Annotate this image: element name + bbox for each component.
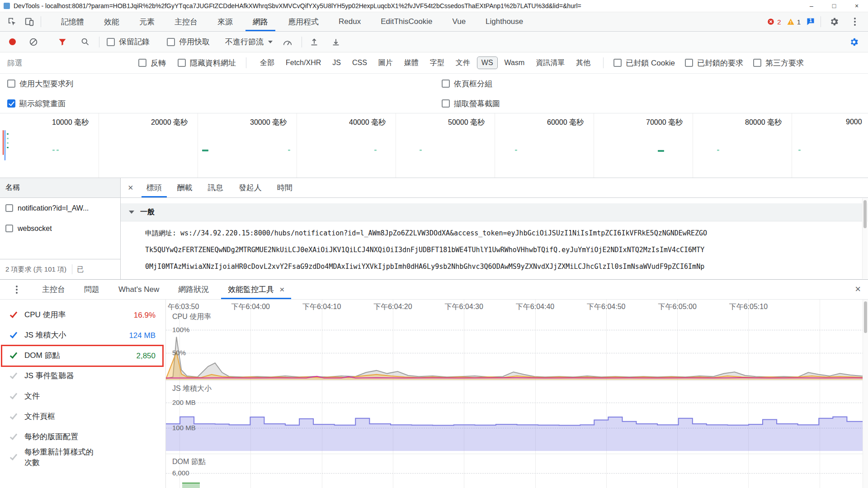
filter-chip-other[interactable]: 其他 — [571, 56, 595, 70]
filter-chip-js[interactable]: JS — [328, 56, 345, 69]
details-tab-headers[interactable]: 標頭 — [139, 178, 170, 197]
minimize-button[interactable]: – — [800, 0, 823, 12]
request-checkbox[interactable] — [5, 225, 13, 232]
main-tab-redux[interactable]: Redux — [329, 12, 371, 31]
filter-chip-manifest[interactable]: 資訊清單 — [531, 56, 569, 70]
more-options-icon[interactable] — [847, 14, 863, 29]
filter-chip-css[interactable]: CSS — [348, 56, 372, 69]
preserve-log[interactable]: 保留記錄 — [107, 37, 150, 47]
disable-cache[interactable]: 停用快取 — [167, 37, 210, 47]
filter-third-party[interactable]: 第三方要求 — [753, 58, 804, 68]
option-large-request-rows[interactable]: 使用大型要求列 — [7, 74, 73, 94]
request-checkbox[interactable] — [5, 204, 13, 212]
drawer-tab-network-conditions[interactable]: 網路狀況 — [169, 280, 218, 299]
main-tab-vue[interactable]: Vue — [442, 12, 476, 31]
settings-gear-icon[interactable] — [826, 14, 842, 29]
details-scrollbar-thumb[interactable] — [863, 200, 867, 228]
drawer-scrollbar-thumb[interactable] — [864, 301, 867, 333]
metric-checkmark-cpu-usage[interactable] — [10, 310, 17, 318]
close-details-icon[interactable]: × — [128, 183, 133, 193]
drawer-menu-icon[interactable] — [9, 282, 24, 297]
name-column-header[interactable]: 名稱 — [0, 178, 120, 198]
drawer-scrollbar[interactable] — [863, 300, 868, 488]
main-tab-edit-this-cookie[interactable]: EditThisCookie — [371, 12, 442, 31]
filter-funnel-icon[interactable] — [55, 34, 70, 50]
option-capture-screenshots-checkbox[interactable] — [442, 99, 450, 108]
filter-chip-ws[interactable]: WS — [477, 56, 498, 69]
search-icon[interactable] — [77, 34, 93, 50]
metric-js-heap-size[interactable]: JS 堆積大小124 MB — [0, 325, 165, 346]
metric-checkmark-js-event-listeners[interactable] — [10, 371, 17, 379]
metric-checkmark-js-heap-size[interactable] — [10, 330, 17, 338]
request-row[interactable]: notification?id=l_AW... — [0, 198, 120, 218]
main-tab-lighthouse[interactable]: Lighthouse — [476, 12, 533, 31]
main-tab-network[interactable]: 網路 — [243, 12, 278, 31]
filter-invert[interactable]: 反轉 — [138, 58, 166, 68]
disable-cache-checkbox[interactable] — [167, 38, 175, 46]
option-capture-screenshots[interactable]: 擷取螢幕截圖 — [442, 94, 500, 113]
details-tab-payload[interactable]: 酬載 — [170, 178, 200, 197]
general-section-header[interactable]: 一般 — [121, 203, 868, 221]
details-tab-initiator[interactable]: 發起人 — [231, 178, 269, 197]
filter-chip-media[interactable]: 媒體 — [400, 56, 423, 70]
metric-checkmark-dom-nodes[interactable] — [10, 351, 17, 358]
preserve-log-checkbox[interactable] — [107, 38, 115, 46]
filter-chip-doc[interactable]: 文件 — [451, 56, 475, 70]
option-group-by-frame-checkbox[interactable] — [442, 80, 450, 88]
clear-requests-icon[interactable] — [26, 34, 41, 50]
details-scrollbar[interactable] — [862, 198, 868, 279]
main-tab-sources[interactable]: 來源 — [208, 12, 243, 31]
filter-blocked-cookies-checkbox[interactable] — [613, 59, 622, 67]
option-show-overview[interactable]: 顯示綜覽畫面 — [7, 94, 66, 113]
metric-checkmark-documents[interactable] — [10, 391, 17, 399]
close-button[interactable]: × — [845, 0, 868, 12]
metric-checkmark-document-frames[interactable] — [10, 412, 17, 419]
close-performance-monitor-icon[interactable]: × — [279, 285, 284, 295]
maximize-button[interactable]: □ — [823, 0, 845, 12]
import-har-icon[interactable] — [307, 34, 322, 50]
option-group-by-frame[interactable]: 依頁框分組 — [442, 74, 492, 94]
filter-third-party-checkbox[interactable] — [753, 59, 761, 67]
error-badge[interactable]: 2 — [767, 18, 781, 26]
filter-blocked-cookies[interactable]: 已封鎖 Cookie — [613, 58, 675, 68]
filter-blocked-requests[interactable]: 已封鎖的要求 — [685, 58, 743, 68]
warning-badge[interactable]: 1 — [787, 18, 801, 26]
metric-checkmark-layouts-per-sec[interactable] — [10, 432, 17, 440]
filter-chip-fetch-xhr[interactable]: Fetch/XHR — [281, 56, 326, 69]
metric-style-recalcs-per-sec[interactable]: 每秒重新計算樣式的次數 — [0, 447, 165, 468]
metric-js-event-listeners[interactable]: JS 事件監聽器 — [0, 366, 165, 386]
main-tab-elements[interactable]: 元素 — [129, 12, 165, 31]
filter-hide-data-urls-checkbox[interactable] — [178, 59, 186, 67]
request-row[interactable]: websocket — [0, 218, 120, 239]
main-tab-console[interactable]: 主控台 — [165, 12, 208, 31]
metric-cpu-usage[interactable]: CPU 使用率16.9% — [0, 305, 165, 325]
filter-chip-all[interactable]: 全部 — [255, 56, 279, 70]
network-conditions-icon[interactable] — [280, 34, 295, 50]
details-tab-messages[interactable]: 訊息 — [200, 178, 231, 197]
network-overview-timeline[interactable]: 10000 毫秒20000 毫秒30000 毫秒40000 毫秒50000 毫秒… — [0, 113, 868, 178]
inspect-icon[interactable] — [5, 14, 20, 29]
filter-blocked-requests-checkbox[interactable] — [685, 59, 693, 67]
record-button[interactable] — [9, 38, 16, 45]
drawer-tab-whats-new[interactable]: What's New — [109, 280, 169, 299]
filter-hide-data-urls[interactable]: 隱藏資料網址 — [178, 58, 236, 68]
drawer-tab-performance-monitor[interactable]: 效能監控工具× — [218, 280, 294, 299]
filter-input[interactable]: 篩選 — [7, 58, 126, 68]
drawer-tab-issues[interactable]: 問題 — [75, 280, 109, 299]
filter-chip-wasm[interactable]: Wasm — [500, 56, 529, 69]
metric-layouts-per-sec[interactable]: 每秒的版面配置 — [0, 427, 165, 447]
main-tab-application[interactable]: 應用程式 — [278, 12, 329, 31]
details-tab-timing[interactable]: 時間 — [269, 178, 300, 197]
option-show-overview-checkbox[interactable] — [7, 99, 15, 108]
device-toolbar-icon[interactable] — [22, 14, 37, 29]
drawer-tab-console[interactable]: 主控台 — [33, 280, 75, 299]
metric-documents[interactable]: 文件 — [0, 386, 165, 407]
filter-invert-checkbox[interactable] — [138, 59, 146, 67]
main-tab-performance[interactable]: 效能 — [94, 12, 129, 31]
network-settings-gear-icon[interactable] — [846, 34, 862, 50]
export-har-icon[interactable] — [328, 34, 344, 50]
main-tab-memory[interactable]: 記憶體 — [51, 12, 94, 31]
issues-badge[interactable]: 1 — [806, 17, 815, 26]
option-large-request-rows-checkbox[interactable] — [7, 80, 15, 88]
filter-chip-font[interactable]: 字型 — [425, 56, 449, 70]
